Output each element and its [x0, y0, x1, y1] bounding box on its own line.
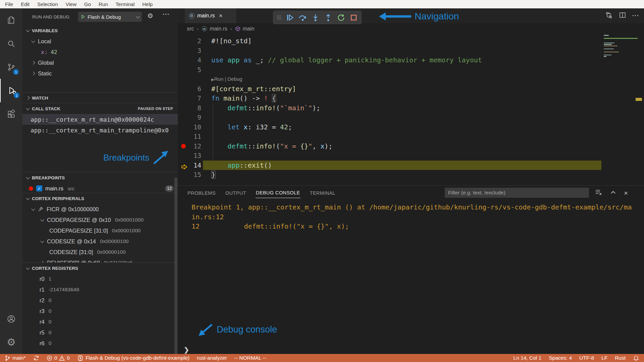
restart-button[interactable]	[335, 12, 346, 23]
menu-item-selection[interactable]: Selection	[35, 1, 60, 7]
peripheral-row[interactable]: CODESIZE [31:0]0x00000100	[22, 247, 178, 257]
maximize-panel-icon[interactable]	[610, 189, 616, 197]
register-row[interactable]: r60	[22, 338, 178, 349]
variables-header[interactable]: VARIABLES	[22, 25, 178, 36]
gear-icon[interactable]: ⚙	[147, 12, 153, 19]
status-encoding[interactable]: UTF-8	[579, 355, 594, 361]
call-stack-frame[interactable]: app::__cortex_m_rt_main@0x0000024c	[22, 114, 178, 125]
status-indentation[interactable]: Spaces: 4	[549, 355, 572, 361]
menu-item-edit[interactable]: Edit	[18, 1, 32, 7]
panel-tab-terminal[interactable]: TERMINAL	[310, 187, 336, 198]
activity-item-explorer[interactable]	[0, 8, 22, 32]
tab-main-rs[interactable]: R main.rs ×	[185, 8, 236, 23]
continue-button[interactable]	[284, 12, 296, 23]
activity-item-account[interactable]	[0, 307, 22, 330]
chevron-down-icon[interactable]	[31, 207, 35, 210]
breakpoint-icon[interactable]	[181, 144, 186, 148]
call-stack-header[interactable]: CALL STACK PAUSED ON STEP	[22, 103, 178, 114]
step-over-button[interactable]	[297, 12, 308, 23]
code-text[interactable]: defmt::info!("`main`");	[211, 103, 320, 113]
code-text[interactable]: fn main() -> ! {	[211, 94, 276, 103]
compare-changes-icon[interactable]	[605, 11, 613, 20]
variable-row[interactable]: Local	[22, 36, 178, 47]
register-row[interactable]: r30	[22, 306, 178, 316]
cortex-peripherals-header[interactable]: CORTEX PERIPHERALS	[22, 193, 178, 204]
code-text[interactable]: use app as _; // global logger + panicki…	[211, 55, 482, 65]
panel-tab-debug-console[interactable]: DEBUG CONSOLE	[256, 187, 301, 198]
panel-tab-problems[interactable]: PROBLEMS	[187, 187, 216, 198]
status-cursor-position[interactable]: Ln 14, Col 1	[514, 355, 542, 361]
close-icon[interactable]: ×	[219, 12, 222, 19]
minimap[interactable]	[604, 35, 639, 58]
code-text[interactable]: }	[211, 170, 215, 180]
status-language[interactable]: Rust	[615, 355, 626, 361]
launch-config-dropdown[interactable]: Flash & Debug	[78, 12, 142, 22]
call-stack-frame[interactable]: app::__cortex_m_rt_main_trampoline@0x0	[22, 125, 178, 135]
status-vim-mode[interactable]: -- NORMAL --	[234, 355, 266, 361]
watch-header[interactable]: WATCH	[22, 93, 178, 103]
console-filter-input[interactable]	[445, 188, 589, 198]
code-text[interactable]: app::exit()	[211, 161, 272, 170]
activity-item-search[interactable]	[0, 32, 22, 55]
activity-item-run-and-debug[interactable]: 1	[0, 79, 23, 102]
code-text[interactable]: #![no_std]	[211, 36, 252, 46]
activity-item-settings[interactable]: ⚙	[0, 330, 22, 354]
status-rust-analyzer[interactable]: rust-analyzer	[197, 355, 227, 361]
variable-row[interactable]: Global	[22, 57, 178, 68]
cortex-registers-header[interactable]: CORTEX REGISTERS	[22, 263, 178, 274]
status-notifications[interactable]	[633, 355, 639, 361]
chevron-down-icon[interactable]	[31, 39, 35, 43]
register-row[interactable]: r40	[22, 316, 178, 327]
breadcrumb-item-main-rs[interactable]: main.rs	[210, 26, 227, 32]
menu-item-terminal[interactable]: Terminal	[113, 1, 137, 7]
more-actions-icon[interactable]: ···	[632, 12, 639, 19]
peripheral-row[interactable]: CODEPAGESIZE [31:0]0x00001000	[22, 225, 178, 236]
menu-item-help[interactable]: Help	[140, 1, 155, 7]
more-actions-icon[interactable]: ···	[163, 11, 170, 18]
peripheral-row[interactable]: CODEPAGESIZE @ 0x100x00001000	[22, 215, 178, 225]
console-prompt-chevron[interactable]: ❯	[184, 346, 189, 354]
variable-row[interactable]: Static	[22, 68, 178, 79]
chevron-down-icon[interactable]	[40, 218, 44, 221]
register-row[interactable]: r01	[22, 274, 178, 284]
status-debug-launch[interactable]: Flash & Debug (vs-code-gdb-defmt-example…	[77, 355, 190, 361]
codelens-debug-link[interactable]: Debug	[227, 76, 242, 82]
register-row[interactable]: r1-2147483648	[22, 284, 178, 295]
breadcrumb-item-main[interactable]: main	[243, 26, 255, 32]
peripheral-row[interactable]: CODESIZE @ 0x140x00000100	[22, 236, 178, 247]
breadcrumb-item-src[interactable]: src	[187, 26, 194, 32]
stop-button[interactable]	[348, 12, 359, 23]
sidebar-scrollbar[interactable]	[174, 178, 177, 354]
panel-tab-output[interactable]: OUTPUT	[225, 187, 247, 198]
variable-row[interactable]: x:42	[22, 47, 178, 57]
status-problems[interactable]: 00	[47, 355, 70, 361]
chevron-down-icon[interactable]	[40, 239, 44, 243]
menu-item-view[interactable]: View	[63, 1, 79, 7]
menu-item-go[interactable]: Go	[82, 1, 93, 7]
menu-item-file[interactable]: File	[3, 1, 15, 7]
activity-item-source-control[interactable]: 1	[0, 55, 22, 79]
breakpoint-row[interactable]: ✓ main.rs src 12	[22, 183, 178, 193]
chevron-right-icon[interactable]	[31, 61, 35, 64]
breakpoint-checkbox[interactable]: ✓	[36, 185, 42, 191]
register-row[interactable]: r50	[22, 327, 178, 338]
status-git-branch[interactable]: main*	[5, 355, 26, 361]
breakpoints-header[interactable]: BREAKPOINTS	[22, 172, 178, 183]
register-row[interactable]: r20	[22, 295, 178, 306]
code-text[interactable]: #[cortex_m_rt::entry]	[211, 84, 296, 94]
code-text[interactable]: let x: i32 = 42;	[211, 122, 292, 132]
close-panel-icon[interactable]: ×	[624, 190, 628, 196]
chevron-right-icon[interactable]	[31, 71, 35, 75]
peripheral-row[interactable]: FICR @ 0x10000000	[22, 204, 178, 215]
status-eol[interactable]: LF	[601, 355, 607, 361]
code-text[interactable]: defmt::info!("x = {}", x);	[211, 141, 332, 151]
step-into-button[interactable]	[310, 12, 321, 23]
step-out-button[interactable]	[322, 12, 334, 23]
split-editor-icon[interactable]	[619, 11, 626, 20]
activity-item-extensions[interactable]	[0, 102, 22, 126]
codelens-run-link[interactable]: Run	[214, 76, 223, 82]
status-sync[interactable]	[33, 355, 39, 361]
peripheral-row[interactable]: DEVICEID[0] @ 0x600x271329a5	[22, 257, 178, 262]
code-area[interactable]: 2#![no_std]34use app as _; // global log…	[178, 34, 644, 185]
menu-item-run[interactable]: Run	[96, 1, 110, 7]
